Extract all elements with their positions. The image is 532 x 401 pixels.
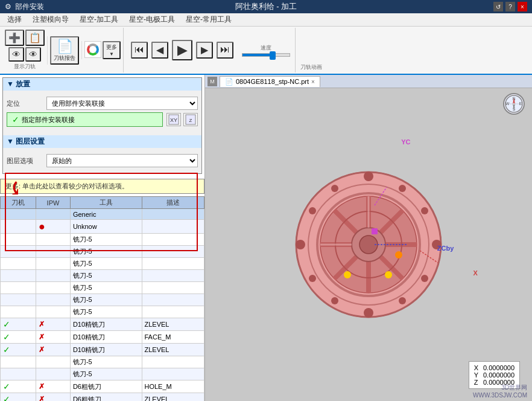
td-tool: D10精铣刀 <box>70 331 142 344</box>
svg-point-41 <box>385 271 392 278</box>
close-btn[interactable]: × <box>518 2 527 11</box>
coord-x-row: X 0.0000000 <box>474 364 515 371</box>
layer-options-select[interactable]: 原始的 <box>46 154 198 167</box>
td-desc: HOLE_M <box>142 380 204 393</box>
table-row[interactable]: 铣刀-5 <box>1 368 204 380</box>
dialog-panel: ▼ 放置 定位 使用部件安装联接 ✓ 指定部件安装联接 <box>2 77 202 174</box>
th-desc: 描述 <box>142 197 204 209</box>
td-ipw: ● <box>36 220 71 234</box>
icon-btn-1[interactable]: XY <box>166 113 181 126</box>
td-ipw <box>36 294 71 306</box>
op-table: 刀机 IPW 工具 描述 Generic●Unknow铣刀-5铣刀-5铣刀-5铣… <box>0 196 204 401</box>
td-desc <box>142 368 204 380</box>
table-row[interactable]: Generic <box>1 209 204 220</box>
svg-point-32 <box>421 275 428 282</box>
section-placement-label: ▼ 放置 <box>7 79 30 89</box>
table-area[interactable]: 刀机 IPW 工具 描述 Generic●Unknow铣刀-5铣刀-5铣刀-5铣… <box>0 196 204 401</box>
table-row[interactable]: 铣刀-5 <box>1 270 204 282</box>
td-machine: ✓ <box>1 318 36 331</box>
svg-text:W: W <box>505 101 510 106</box>
menu-common[interactable]: 星空-常用工具 <box>181 13 236 26</box>
td-desc <box>142 356 204 368</box>
td-ipw <box>36 368 71 380</box>
help-btn[interactable]: ? <box>505 2 515 11</box>
table-row[interactable]: 铣刀-5 <box>1 258 204 270</box>
install-link-btn[interactable]: ✓ 指定部件安装联接 <box>7 112 163 127</box>
table-row[interactable]: ✓✗D6粗铣刀HOLE_M <box>1 380 204 393</box>
td-desc: ZLEVEL <box>142 344 204 356</box>
menu-machining[interactable]: 星空-加工具 <box>75 13 123 26</box>
svg-text:E: E <box>519 101 522 106</box>
ribbon-fwd[interactable]: ▶ <box>196 42 213 59</box>
td-ipw: ✗ <box>36 344 71 356</box>
table-row[interactable]: ✓✗D6粗铣刀ZLEVEL <box>1 393 204 402</box>
ribbon-btn-add[interactable]: ➕ <box>5 30 24 46</box>
nav-compass[interactable]: N S W E <box>503 93 525 115</box>
td-tool: D10精铣刀 <box>70 344 142 356</box>
title-bar-buttons: ↺ ? × <box>493 2 527 11</box>
coord-y-label: Y <box>474 371 478 379</box>
table-row[interactable]: ✓✗D10精铣刀FACE_M <box>1 331 204 344</box>
ribbon-btn-view1[interactable]: 👁 <box>8 47 24 62</box>
table-row[interactable]: 铣刀-5 <box>1 282 204 294</box>
td-ipw <box>36 356 71 368</box>
table-row[interactable]: 铣刀-5 <box>1 356 204 368</box>
ribbon-btn-copy[interactable]: 📋 <box>25 30 45 46</box>
td-desc: FACE_M <box>142 331 204 344</box>
menu-injection[interactable]: 注塑模向导 <box>28 13 74 26</box>
app-title: 阿壮奥利给 - 加工 <box>235 1 297 12</box>
coord-y-row: Y 0.0000000 <box>474 371 515 379</box>
dialog-title: 部件安装 <box>15 2 44 12</box>
table-row[interactable]: ✓✗D10精铣刀ZLEVEL <box>1 344 204 356</box>
title-bar-left: ⚙ 部件安装 <box>5 2 44 12</box>
viewport-tab-bar: M 📄 0804GE8118_stp-NC.prt × <box>205 75 532 88</box>
table-row[interactable]: 铣刀-5 <box>1 294 204 306</box>
tooltip-box: 更多: 单击此处以查看较少的对话框选项。 <box>0 179 204 194</box>
refresh-btn[interactable]: ↺ <box>493 2 503 11</box>
svg-point-27 <box>331 185 338 192</box>
ribbon-group-label-animation: 刀轨动画 <box>300 63 322 71</box>
table-row[interactable]: 铣刀-5 <box>1 234 204 246</box>
td-machine: ✓ <box>1 380 36 393</box>
td-machine <box>1 294 36 306</box>
td-desc: ZLEVEL <box>142 393 204 402</box>
ribbon-play[interactable]: ▶ <box>172 40 192 60</box>
th-ipw: IPW <box>36 197 71 209</box>
td-machine: ✓ <box>1 344 36 356</box>
table-row[interactable]: 铣刀-5 <box>1 246 204 258</box>
td-ipw: ✗ <box>36 331 71 344</box>
td-machine <box>1 209 36 220</box>
ribbon-more-btn[interactable]: 更多 ▼ <box>103 41 121 59</box>
td-ipw <box>36 209 71 220</box>
td-tool: Unknow <box>70 220 142 234</box>
icon-btn-2[interactable]: Z <box>183 113 198 126</box>
coord-x-label: X <box>474 364 478 371</box>
td-ipw <box>36 270 71 282</box>
layer-options-label: 图层选项 <box>7 156 43 165</box>
left-panel: ▼ 放置 定位 使用部件安装联接 ✓ 指定部件安装联接 <box>0 75 205 401</box>
axis-x-label: X <box>473 269 477 277</box>
ribbon-step-back[interactable]: ⏮ <box>131 42 148 59</box>
section-layer-label: ▼ 图层设置 <box>7 136 45 147</box>
ribbon-back[interactable]: ◀ <box>151 42 168 59</box>
menu-select[interactable]: 选择 <box>2 13 27 26</box>
table-row[interactable]: ✓✗D10精铣刀ZLEVEL <box>1 318 204 331</box>
td-ipw: ✗ <box>36 393 71 402</box>
svg-point-42 <box>344 271 351 278</box>
svg-point-28 <box>399 185 406 192</box>
positioning-select[interactable]: 使用部件安装联接 <box>46 97 198 110</box>
td-tool: 铣刀-5 <box>70 306 142 318</box>
viewport-tab[interactable]: 📄 0804GE8118_stp-NC.prt × <box>220 76 320 87</box>
svg-text:XY: XY <box>170 117 177 123</box>
menu-electrode[interactable]: 星空-电极工具 <box>124 13 180 26</box>
td-machine: ✓ <box>1 331 36 344</box>
ribbon-step-fwd[interactable]: ⏭ <box>217 42 233 59</box>
table-row[interactable]: ●Unknow <box>1 220 204 234</box>
canvas-area: N S W E <box>205 88 532 401</box>
viewport-tab-close[interactable]: × <box>311 79 315 85</box>
ribbon-btn-view2[interactable]: 👁 <box>25 47 41 62</box>
table-row[interactable]: 铣刀-5 <box>1 306 204 318</box>
section-placement: ▼ 放置 <box>3 78 201 91</box>
td-ipw <box>36 234 71 246</box>
ribbon-report-btn[interactable]: 📄 刀轨报告 <box>50 36 79 65</box>
